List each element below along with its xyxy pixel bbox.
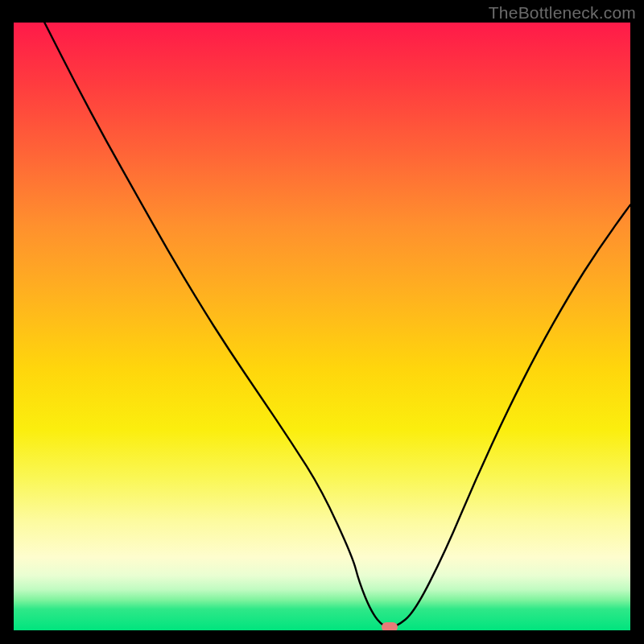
optimal-marker [382,622,398,630]
bottleneck-curve [14,23,630,630]
plot-area [14,23,630,630]
chart-frame: TheBottleneck.com [0,0,644,644]
watermark-text: TheBottleneck.com [489,3,636,23]
